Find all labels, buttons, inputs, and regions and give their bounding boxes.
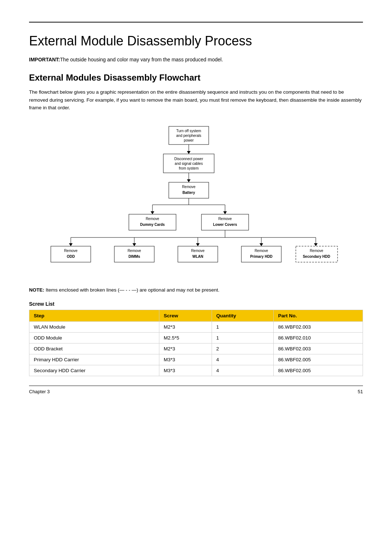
svg-text:WLAN: WLAN xyxy=(192,255,203,259)
page: External Module Disassembly Process IMPO… xyxy=(0,0,392,405)
col-partno: Part No. xyxy=(274,310,363,322)
table-cell: 86.WBF02.005 xyxy=(274,354,363,365)
svg-text:Turn off system: Turn off system xyxy=(176,129,201,133)
svg-text:Dummy Cards: Dummy Cards xyxy=(140,223,165,227)
note-body: Items enclosed with broken lines (— - - … xyxy=(44,287,219,293)
svg-text:from system: from system xyxy=(179,166,199,170)
svg-text:Disconnect power: Disconnect power xyxy=(174,157,203,161)
footer: Chapter 3 51 xyxy=(29,386,363,394)
table-row: ODD BracketM2*3286.WBF02.003 xyxy=(29,343,363,354)
table-cell: 1 xyxy=(212,333,273,343)
svg-text:Remove: Remove xyxy=(191,249,205,253)
svg-marker-36 xyxy=(260,243,263,246)
table-cell: 1 xyxy=(212,322,273,333)
svg-text:Remove: Remove xyxy=(182,185,196,189)
table-row: WLAN ModuleM2*3186.WBF02.003 xyxy=(29,322,363,333)
table-cell: 4 xyxy=(212,354,273,365)
note-text: NOTE: Items enclosed with broken lines (… xyxy=(29,286,363,294)
svg-text:Remove: Remove xyxy=(218,217,232,221)
svg-marker-20 xyxy=(223,211,227,214)
table-cell: 86.WBF02.005 xyxy=(274,365,363,376)
svg-marker-34 xyxy=(196,243,200,246)
table-cell: M2.5*5 xyxy=(159,333,212,343)
svg-marker-5 xyxy=(187,151,191,154)
svg-text:Remove: Remove xyxy=(254,249,268,253)
table-cell: M3*3 xyxy=(159,365,212,376)
svg-text:DIMMs: DIMMs xyxy=(128,255,140,259)
table-cell: ODD Bracket xyxy=(29,343,159,354)
footer-left: Chapter 3 xyxy=(29,389,50,394)
table-cell: 86.WBF02.003 xyxy=(274,343,363,354)
svg-text:Remove: Remove xyxy=(64,249,78,253)
table-cell: WLAN Module xyxy=(29,322,159,333)
svg-text:Remove: Remove xyxy=(127,249,141,253)
svg-text:Lower Covers: Lower Covers xyxy=(213,223,237,227)
table-cell: 86.WBF02.003 xyxy=(274,322,363,333)
svg-text:Battery: Battery xyxy=(183,191,195,195)
svg-text:and signal cables: and signal cables xyxy=(175,162,203,166)
flowchart-svg: Turn off system and peripherals power Di… xyxy=(40,123,352,275)
col-quantity: Quantity xyxy=(212,310,273,322)
svg-text:power: power xyxy=(184,138,194,142)
screw-list-title: Screw List xyxy=(29,301,363,307)
table-cell: M2*3 xyxy=(159,343,212,354)
page-title: External Module Disassembly Process xyxy=(29,33,363,49)
important-label: IMPORTANT: xyxy=(29,57,60,62)
important-text: The outside housing and color may vary f… xyxy=(60,57,223,62)
svg-marker-18 xyxy=(151,211,154,214)
table-cell: M3*3 xyxy=(159,354,212,365)
table-cell: Primary HDD Carrier xyxy=(29,354,159,365)
col-screw: Screw xyxy=(159,310,212,322)
table-cell: 4 xyxy=(212,365,273,376)
svg-marker-11 xyxy=(187,179,191,182)
intro-text: The flowchart below gives you a graphic … xyxy=(29,88,363,112)
table-cell: 86.WBF02.010 xyxy=(274,333,363,343)
svg-text:and peripherals: and peripherals xyxy=(176,134,201,138)
section-title: External Modules Disassembly Flowchart xyxy=(29,73,363,83)
screw-table: Step Screw Quantity Part No. WLAN Module… xyxy=(29,310,363,376)
note-label: NOTE: xyxy=(29,287,44,293)
svg-text:Remove: Remove xyxy=(310,249,323,253)
svg-text:ODD: ODD xyxy=(67,255,75,259)
svg-marker-32 xyxy=(132,243,136,246)
svg-text:Secondary HDD: Secondary HDD xyxy=(303,255,330,259)
table-cell: M2*3 xyxy=(159,322,212,333)
table-cell: Secondary HDD Carrier xyxy=(29,365,159,376)
svg-text:Remove: Remove xyxy=(146,217,159,221)
flowchart: Turn off system and peripherals power Di… xyxy=(29,123,363,275)
col-step: Step xyxy=(29,310,159,322)
footer-right: 51 xyxy=(358,389,363,394)
table-row: Primary HDD CarrierM3*3486.WBF02.005 xyxy=(29,354,363,365)
svg-text:Primary HDD: Primary HDD xyxy=(250,255,273,259)
svg-marker-30 xyxy=(69,243,73,246)
table-cell: 2 xyxy=(212,343,273,354)
svg-marker-38 xyxy=(314,243,318,246)
top-divider xyxy=(29,22,363,23)
table-cell: ODD Module xyxy=(29,333,159,343)
important-note: IMPORTANT:The outside housing and color … xyxy=(29,56,363,64)
table-row: ODD ModuleM2.5*5186.WBF02.010 xyxy=(29,333,363,343)
table-row: Secondary HDD CarrierM3*3486.WBF02.005 xyxy=(29,365,363,376)
